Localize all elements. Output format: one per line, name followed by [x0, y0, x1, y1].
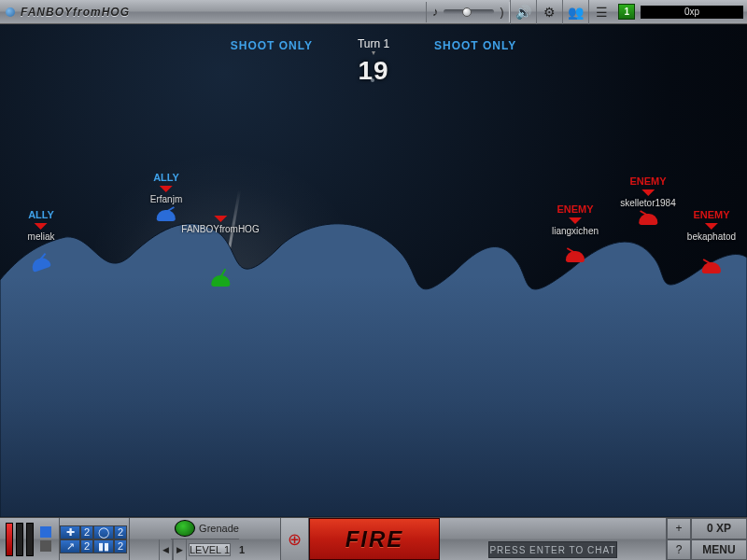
stat-icon[interactable]: ▮▮: [93, 539, 114, 553]
stat-value: 2: [114, 539, 127, 553]
xp-bar: 0xp: [641, 6, 743, 19]
status-dot: [6, 7, 15, 17]
plus-button[interactable]: +: [667, 518, 691, 539]
stat-value: 2: [80, 525, 93, 539]
level-badge: 1: [618, 4, 635, 20]
fuel-bar: [26, 523, 34, 556]
stat-icon[interactable]: ↗: [60, 539, 80, 553]
hp-bar: [6, 523, 13, 556]
settings-gear-icon[interactable]: ⚙: [536, 0, 562, 24]
volume-slider[interactable]: [444, 9, 494, 14]
prev-weapon-button[interactable]: ◀: [159, 539, 173, 560]
stat-grid: ✚ 2 ◯ 2 ↗ 2 ▮▮ 2: [60, 518, 130, 560]
game-field[interactable]: SHOOT ONLY SHOOT ONLY Turn 1 ▾ 19 ALLY m…: [0, 24, 747, 517]
weapon-level: LEVEL 1: [189, 543, 231, 556]
weapon-panel: Grenade ◀ ▶ LEVEL 1 1: [130, 518, 281, 560]
xp-label: 0 XP: [691, 518, 747, 539]
top-bar: FANBOYfromHOG ♪ ) 🔊 ⚙ 👥 ☰ 1 0xp: [0, 0, 747, 24]
fire-button[interactable]: FIRE: [309, 518, 440, 560]
mini-icon: [40, 540, 51, 552]
weapon-name: Grenade: [199, 523, 239, 534]
mini-icon: [40, 526, 51, 538]
music-icon-right: ): [500, 6, 503, 19]
music-volume[interactable]: ♪ ): [426, 2, 511, 22]
player-title: FANBOYfromHOG: [21, 6, 130, 19]
music-icon: ♪: [432, 5, 439, 19]
menu-button[interactable]: MENU: [691, 539, 747, 561]
weapon-icon: [175, 520, 195, 537]
stat-value: 2: [114, 525, 127, 539]
friends-icon[interactable]: 👥: [562, 0, 588, 24]
mini-icons: [40, 526, 51, 552]
help-button[interactable]: ?: [667, 539, 691, 561]
volume-thumb[interactable]: [462, 7, 472, 17]
crosshair-icon: ⊕: [288, 529, 302, 550]
list-icon[interactable]: ☰: [588, 0, 614, 24]
terrain: [0, 24, 747, 517]
health-bars: [0, 518, 60, 560]
armor-bar: [16, 523, 23, 556]
sound-icon[interactable]: 🔊: [510, 0, 536, 24]
chat-panel: PRESS ENTER TO CHAT: [440, 518, 667, 560]
next-weapon-button[interactable]: ▶: [173, 539, 187, 560]
bottom-panel: ✚ 2 ◯ 2 ↗ 2 ▮▮ 2 Grenade ◀ ▶ LEVEL 1 1 ⊕…: [0, 517, 747, 560]
stat-value: 2: [80, 539, 93, 553]
stat-icon[interactable]: ✚: [60, 525, 80, 539]
stat-icon[interactable]: ◯: [93, 525, 114, 539]
weapon-count: 1: [233, 544, 251, 555]
chat-input[interactable]: PRESS ENTER TO CHAT: [488, 541, 616, 558]
target-button[interactable]: ⊕: [281, 518, 309, 560]
right-grid: + 0 XP ? MENU: [667, 518, 747, 560]
xp-display: 1 0xp: [618, 3, 743, 21]
